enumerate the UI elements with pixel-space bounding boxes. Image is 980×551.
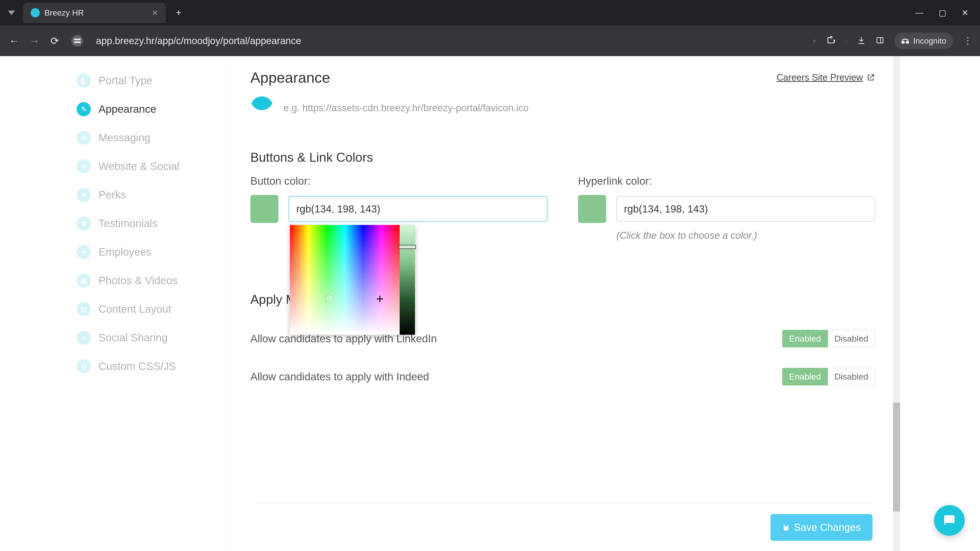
- sidebar-item-perks[interactable]: ★ Perks: [76, 181, 230, 209]
- hyperlink-color-hint: (Click the box to choose a color.): [616, 230, 875, 241]
- color-row: Button color: + color.): [250, 175, 875, 241]
- apply-indeed-row: Allow candidates to apply with Indeed En…: [250, 358, 875, 395]
- svg-rect-0: [74, 38, 81, 40]
- main-content: Appearance Careers Site Preview e.g. htt…: [230, 56, 893, 551]
- sidebar-item-appearance[interactable]: ✎ Appearance: [76, 95, 230, 124]
- minimize-icon[interactable]: —: [915, 8, 923, 17]
- code-icon: {}: [76, 359, 91, 373]
- hyperlink-color-swatch[interactable]: [578, 195, 606, 223]
- indeed-toggle: Enabled Disabled: [782, 368, 875, 386]
- sidebar-item-label: Content Layout: [99, 303, 171, 315]
- perks-icon: ★: [76, 188, 91, 202]
- chat-fab[interactable]: [934, 505, 965, 536]
- svg-rect-1: [74, 41, 81, 43]
- color-picker[interactable]: +: [290, 225, 415, 335]
- tabs-dropdown-icon[interactable]: [5, 6, 18, 19]
- sidebar-item-social-sharing[interactable]: ⚬ Social Sharing: [76, 324, 230, 352]
- new-tab-button[interactable]: +: [171, 5, 186, 21]
- linkedin-toggle: Enabled Disabled: [782, 330, 875, 348]
- sidebar-item-portal-type[interactable]: ◧ Portal Type: [76, 66, 230, 95]
- scrollbar-thumb[interactable]: [893, 403, 900, 511]
- social-sharing-icon: ⚬: [76, 330, 91, 345]
- svg-point-5: [906, 41, 909, 44]
- preview-link-label: Careers Site Preview: [776, 72, 863, 83]
- button-color-swatch[interactable]: [250, 195, 278, 223]
- section-colors-title: Buttons & Link Colors: [250, 150, 875, 165]
- sidebar-item-messaging[interactable]: ✉ Messaging: [76, 124, 230, 152]
- picker-current-ring: [326, 295, 333, 302]
- save-changes-button[interactable]: Save Changes: [770, 514, 873, 541]
- page-title: Appearance: [250, 69, 330, 86]
- sidepanel-icon[interactable]: [876, 36, 884, 45]
- save-button-label: Save Changes: [794, 522, 861, 533]
- footer-bar: Save Changes: [250, 503, 873, 541]
- tab-strip: Breezy HR ✕ + — ▢ ✕: [0, 0, 980, 25]
- svg-point-4: [901, 41, 905, 44]
- hyperlink-color-block: Hyperlink color: (Click the box to choos…: [578, 175, 875, 241]
- separator-icon: |: [846, 38, 847, 43]
- favicon-hint: e.g. https://assets-cdn.breezy.hr/breezy…: [283, 103, 528, 114]
- button-color-input[interactable]: [289, 196, 547, 222]
- sidebar-item-content-layout[interactable]: ▤ Content Layout: [76, 295, 230, 324]
- messaging-icon: ✉: [76, 130, 91, 145]
- browser-tab[interactable]: Breezy HR ✕: [23, 3, 166, 23]
- sidebar-item-label: Perks: [99, 189, 126, 201]
- sidebar-item-label: Testimonials: [99, 218, 158, 230]
- indeed-disabled-button[interactable]: Disabled: [828, 368, 875, 386]
- sidebar-item-label: Photos & Videos: [99, 275, 178, 287]
- sidebar-item-label: Messaging: [99, 132, 150, 144]
- scrollbar[interactable]: [893, 56, 900, 551]
- chat-icon: [942, 513, 957, 528]
- appearance-icon: ✎: [76, 102, 91, 116]
- share-icon: ⋔: [76, 159, 91, 173]
- tab-title: Breezy HR: [45, 8, 147, 17]
- downloads-icon[interactable]: [857, 36, 865, 46]
- sidebar: ◧ Portal Type ✎ Appearance ✉ Messaging ⋔…: [0, 56, 230, 551]
- menu-icon[interactable]: ⋮: [963, 35, 972, 46]
- maximize-icon[interactable]: ▢: [939, 8, 946, 17]
- picker-value-slider[interactable]: [400, 225, 415, 335]
- forward-icon[interactable]: →: [28, 35, 41, 47]
- indeed-enabled-button[interactable]: Enabled: [782, 368, 828, 386]
- tab-close-icon[interactable]: ✕: [152, 8, 158, 17]
- linkedin-disabled-button[interactable]: Disabled: [828, 330, 875, 348]
- incognito-label: Incognito: [913, 36, 946, 46]
- employees-icon: ✶: [76, 245, 91, 259]
- hyperlink-color-label: Hyperlink color:: [578, 175, 875, 187]
- extensions-icon[interactable]: [826, 36, 835, 46]
- sidebar-item-testimonials[interactable]: ☻ Testimonials: [76, 209, 230, 238]
- hyperlink-color-input[interactable]: [616, 196, 875, 222]
- layout-icon: ▤: [76, 302, 91, 316]
- favicon-row: e.g. https://assets-cdn.breezy.hr/breezy…: [250, 96, 875, 132]
- sidebar-item-label: Employees: [99, 246, 151, 258]
- close-window-icon[interactable]: ✕: [962, 8, 969, 17]
- button-color-input-row: +: [250, 195, 547, 223]
- toolbar-right: ☆ | Incognito ⋮: [813, 33, 972, 49]
- sidebar-item-employees[interactable]: ✶ Employees: [76, 238, 230, 266]
- hyperlink-color-input-row: [578, 195, 875, 223]
- address-bar[interactable]: app.breezy.hr/app/c/moodjoy/portal/appea…: [91, 35, 805, 46]
- site-info-icon[interactable]: [72, 35, 83, 47]
- careers-preview-link[interactable]: Careers Site Preview: [776, 72, 875, 83]
- back-icon[interactable]: ←: [8, 35, 21, 47]
- bookmark-icon[interactable]: ☆: [813, 38, 816, 43]
- sidebar-item-website-social[interactable]: ⋔ Website & Social: [76, 152, 230, 181]
- photos-icon: ▣: [76, 273, 91, 288]
- external-link-icon: [866, 73, 875, 82]
- picker-hue-sat-panel[interactable]: +: [290, 225, 400, 335]
- button-color-label: Button color:: [250, 175, 547, 187]
- sidebar-item-label: Website & Social: [99, 160, 180, 172]
- button-color-block: Button color: + color.): [250, 175, 547, 241]
- reload-icon[interactable]: ⟳: [48, 35, 61, 47]
- portal-type-icon: ◧: [76, 73, 91, 88]
- sidebar-item-custom-css[interactable]: {} Custom CSS/JS: [76, 352, 230, 381]
- apply-indeed-label: Allow candidates to apply with Indeed: [250, 371, 429, 383]
- sidebar-item-label: Appearance: [99, 103, 156, 115]
- incognito-chip[interactable]: Incognito: [894, 33, 953, 49]
- sidebar-item-label: Portal Type: [99, 75, 153, 87]
- linkedin-enabled-button[interactable]: Enabled: [782, 330, 828, 348]
- sidebar-item-photos-videos[interactable]: ▣ Photos & Videos: [76, 266, 230, 295]
- svg-rect-2: [877, 38, 883, 43]
- picker-crosshair-icon: +: [376, 291, 383, 306]
- picker-value-handle[interactable]: [399, 245, 416, 249]
